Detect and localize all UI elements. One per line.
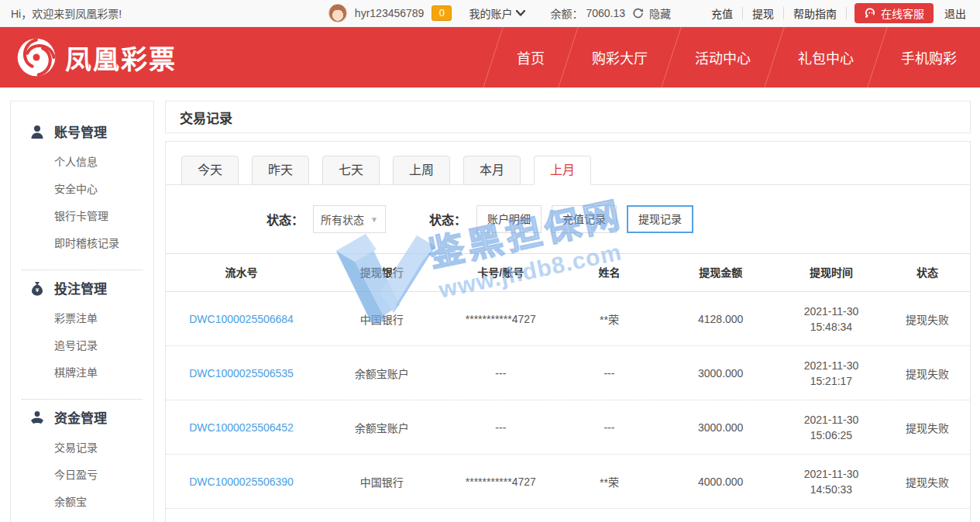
nav-item-gift-center[interactable]: 礼包中心 [775, 27, 877, 88]
serial-number-link[interactable]: DWC1000025506452 [166, 421, 317, 434]
sidebar-item-board-game-orders[interactable]: 棋牌注单 [11, 359, 153, 386]
time-cell: 2021-11-30 14:50:33 [778, 466, 885, 497]
time-text: 15:06:25 [778, 428, 885, 443]
sidebar-section-title: 资金管理 [54, 407, 107, 427]
topbar-links: 充值 提现 帮助指南 在线客服 退出 [702, 3, 969, 23]
nav-item-mobile-lottery[interactable]: 手机购彩 [878, 27, 980, 88]
name-cell: --- [555, 367, 663, 379]
sidebar-section-title: 投注管理 [54, 278, 107, 297]
message-count-badge[interactable]: 0 [432, 5, 452, 21]
username-text: hyr123456789 [355, 7, 425, 19]
col-header-time: 提现时间 [778, 253, 885, 292]
serial-number-link[interactable]: DWC1000025506535 [166, 367, 317, 379]
tab-last-week[interactable]: 上周 [393, 156, 450, 185]
status-select[interactable]: 所有状态 ▼ [313, 205, 386, 233]
sidebar-item-lottery-orders[interactable]: 彩票注单 [11, 305, 153, 332]
brand-name: 凤凰彩票 [65, 39, 177, 77]
sidebar-section-funds-header: 资金管理 [11, 407, 153, 427]
account-cell: ***********4727 [446, 313, 555, 325]
my-account-label: 我的账户 [469, 5, 512, 21]
refresh-icon[interactable] [631, 7, 645, 20]
online-service-label: 在线客服 [881, 5, 924, 21]
col-header-amount: 提现金额 [664, 253, 778, 292]
main-navbar: 凤凰彩票 首页 购彩大厅 活动中心 礼包中心 手机购彩 [0, 27, 980, 88]
sidebar-section-funds: 资金管理 交易记录 今日盈亏 余额宝 [11, 400, 153, 519]
tab-today[interactable]: 今天 [181, 156, 239, 185]
withdraw-record-button[interactable]: 提现记录 [627, 205, 693, 233]
sidebar-section-account: 账号管理 个人信息 安全中心 银行卡管理 即时稽核记录 [11, 101, 153, 260]
sidebar-item-today-profit-loss[interactable]: 今日盈亏 [11, 462, 153, 489]
amount-cell: 3000.000 [664, 421, 778, 434]
nav-item-activity-center[interactable]: 活动中心 [672, 27, 774, 88]
sidebar-item-transaction-records[interactable]: 交易记录 [11, 434, 153, 462]
phoenix-logo-icon [15, 36, 57, 78]
nav-item-home[interactable]: 首页 [493, 27, 568, 88]
balance-group: 余额： 7060.13 隐藏 [550, 5, 671, 21]
nav-item-lottery-hall[interactable]: 购彩大厅 [569, 27, 671, 88]
col-header-name: 姓名 [555, 253, 663, 292]
date-text: 2021-11-30 [778, 412, 885, 428]
topbar-right-group: hyr123456789 0 我的账户 余额： 7060.13 隐藏 充值 提现… [328, 3, 969, 23]
table-row: DWC1000025506684 中国银行 ***********4727 **… [166, 292, 970, 346]
tab-yesterday[interactable]: 昨天 [252, 156, 309, 185]
logout-link[interactable]: 退出 [938, 5, 969, 21]
sidebar-item-security-center[interactable]: 安全中心 [11, 176, 153, 203]
time-text: 15:21:17 [778, 373, 885, 389]
sidebar-item-chase-records[interactable]: 追号记录 [11, 332, 153, 359]
online-service-button[interactable]: 在线客服 [854, 3, 934, 23]
sidebar-item-bank-card[interactable]: 银行卡管理 [11, 203, 153, 230]
balance-label: 余额： [550, 5, 583, 21]
table-header-row: 流水号 提现银行 卡号/账号 姓名 提现金额 提现时间 状态 [166, 253, 970, 292]
date-text: 2021-11-30 [778, 466, 885, 482]
account-cell: ***********4727 [446, 476, 555, 488]
serial-number-link[interactable]: DWC1000025506684 [166, 313, 317, 325]
status-cell: 提现失败 [885, 420, 970, 435]
type-filter-label: 状态： [429, 210, 466, 228]
main-menu: 首页 购彩大厅 活动中心 礼包中心 手机购彩 [493, 27, 980, 88]
help-guide-link[interactable]: 帮助指南 [784, 5, 846, 21]
headset-icon [864, 7, 876, 19]
time-text: 15:48:34 [778, 319, 885, 335]
account-detail-button[interactable]: 账户明细 [476, 205, 542, 233]
name-cell: **荣 [555, 311, 663, 327]
filter-row: 状态： 所有状态 ▼ 状态： 账户明细 充值记录 提现记录 [266, 205, 970, 233]
col-header-serial: 流水号 [166, 253, 317, 292]
tab-last-month[interactable]: 上月 [534, 156, 591, 185]
withdraw-link[interactable]: 提现 [743, 5, 783, 21]
time-cell: 2021-11-30 15:48:34 [778, 304, 885, 335]
name-cell: --- [555, 421, 663, 434]
bank-cell: 中国银行 [317, 474, 446, 489]
hide-balance-toggle[interactable]: 隐藏 [649, 5, 671, 21]
my-account-dropdown[interactable]: 我的账户 [469, 5, 525, 21]
page-title: 交易记录 [166, 108, 232, 127]
amount-cell: 4128.000 [664, 313, 778, 325]
user-icon [29, 124, 45, 139]
sidebar-item-audit-record[interactable]: 即时稽核记录 [11, 230, 153, 257]
tab-this-month[interactable]: 本月 [463, 156, 521, 185]
chevron-down-icon [516, 10, 525, 16]
col-header-status: 状态 [885, 253, 970, 292]
page-title-bar: 交易记录 [165, 101, 971, 133]
amount-cell: 3000.000 [664, 367, 778, 379]
date-text: 2021-11-30 [778, 304, 885, 319]
bank-cell: 余额宝账户 [317, 420, 446, 435]
sidebar-section-title: 账号管理 [54, 122, 107, 141]
recharge-link[interactable]: 充值 [702, 5, 742, 21]
status-cell: 提现失败 [885, 474, 970, 489]
recharge-record-button[interactable]: 充值记录 [552, 205, 617, 233]
brand[interactable]: 凤凰彩票 [15, 36, 177, 78]
user-avatar[interactable] [328, 4, 347, 22]
serial-number-link[interactable]: DWC1000025506390 [166, 476, 317, 488]
caret-down-icon: ▼ [370, 215, 378, 224]
date-text: 2021-11-30 [778, 358, 885, 373]
amount-cell: 4000.000 [664, 476, 778, 488]
time-cell: 2021-11-30 15:06:25 [778, 412, 885, 443]
status-select-value: 所有状态 [321, 211, 364, 227]
col-header-account: 卡号/账号 [446, 253, 555, 292]
tab-seven-days[interactable]: 七天 [322, 156, 380, 185]
bank-cell: 余额宝账户 [317, 366, 446, 381]
bank-cell: 中国银行 [317, 311, 446, 327]
sidebar-item-yuebao[interactable]: 余额宝 [11, 489, 153, 516]
sidebar-item-personal-info[interactable]: 个人信息 [11, 149, 153, 176]
status-cell: 提现失败 [885, 366, 970, 381]
